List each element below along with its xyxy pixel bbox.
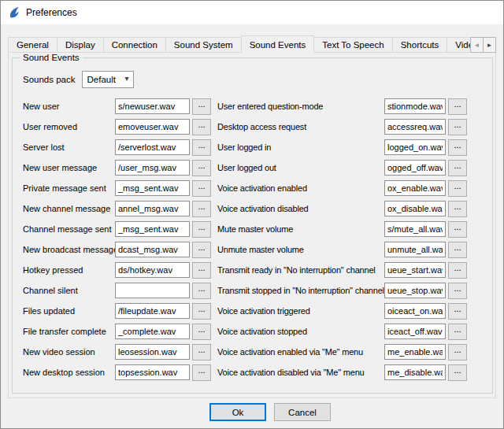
browse-button[interactable]: ...: [448, 201, 467, 217]
sound-event-row: Desktop access request ...: [217, 119, 467, 135]
tab-label: Sound Events: [250, 40, 306, 50]
sound-event-label: Transmit ready in "No interruption" chan…: [217, 265, 384, 275]
sound-event-label: User logged in: [217, 142, 384, 152]
browse-button[interactable]: ...: [192, 160, 211, 176]
sound-file-input[interactable]: [384, 201, 446, 216]
sound-event-row: Voice activation enabled via "Me" menu .…: [217, 344, 467, 360]
browse-button[interactable]: ...: [192, 364, 211, 381]
tab-scroll-right-button[interactable]: ►: [483, 37, 496, 53]
sounds-pack-label: Sounds pack: [23, 75, 76, 84]
browse-button[interactable]: ...: [448, 98, 467, 115]
sound-file-input[interactable]: [115, 242, 190, 257]
sound-file-input[interactable]: [384, 242, 446, 257]
tab-shortcuts[interactable]: Shortcuts: [392, 37, 448, 53]
sound-file-input[interactable]: [115, 160, 190, 176]
sound-file-input[interactable]: [115, 201, 190, 216]
sound-event-label: New channel message: [23, 204, 115, 213]
browse-button[interactable]: ...: [192, 324, 211, 340]
sound-file-input[interactable]: [115, 303, 190, 319]
sound-file-input[interactable]: [384, 262, 446, 278]
sound-event-label: New user message: [23, 163, 115, 172]
browse-button[interactable]: ...: [448, 242, 467, 258]
browse-button[interactable]: ...: [448, 160, 467, 176]
browse-button[interactable]: ...: [192, 98, 211, 115]
browse-button[interactable]: ...: [192, 180, 211, 197]
browse-button[interactable]: ...: [448, 262, 467, 279]
tab-connection[interactable]: Connection: [103, 37, 166, 53]
sounds-pack-row: Sounds pack Default ▾: [23, 71, 492, 88]
browse-button[interactable]: ...: [192, 139, 211, 156]
tab-text-to-speech[interactable]: Text To Speech: [313, 37, 392, 53]
tab-label: Text To Speech: [322, 40, 384, 50]
sound-file-input[interactable]: [115, 324, 190, 339]
sound-event-row: Hotkey pressed ...: [23, 262, 211, 278]
ok-button[interactable]: Ok: [209, 403, 266, 421]
browse-button[interactable]: ...: [192, 242, 211, 258]
browse-button[interactable]: ...: [448, 180, 467, 197]
sound-event-label: New broadcast message: [23, 245, 115, 254]
sound-event-label: Unmute master volume: [217, 245, 384, 254]
sound-file-input[interactable]: [115, 98, 190, 114]
sound-event-row: Mute master volume ...: [217, 221, 467, 237]
browse-button[interactable]: ...: [192, 283, 211, 299]
tab-label: General: [17, 40, 49, 50]
sound-event-row: Private message sent ...: [23, 180, 211, 196]
sound-event-row: Channel message sent ...: [23, 221, 211, 237]
browse-button[interactable]: ...: [448, 139, 467, 156]
sound-file-input[interactable]: [384, 283, 446, 298]
tab-sound-system[interactable]: Sound System: [165, 37, 242, 53]
sound-file-input[interactable]: [384, 98, 446, 114]
sound-file-input[interactable]: [384, 119, 446, 135]
sound-file-input[interactable]: [384, 344, 446, 360]
browse-button[interactable]: ...: [448, 283, 467, 299]
sound-file-input[interactable]: [115, 364, 190, 380]
titlebar[interactable]: Preferences: [1, 1, 503, 24]
browse-button[interactable]: ...: [448, 119, 467, 135]
sound-event-row: User logged out ...: [217, 160, 467, 176]
sound-file-input[interactable]: [115, 344, 190, 360]
sound-file-input[interactable]: [115, 139, 190, 155]
sound-file-input[interactable]: [115, 180, 190, 196]
sound-file-input[interactable]: [384, 364, 446, 380]
sound-file-input[interactable]: [115, 221, 190, 237]
browse-button[interactable]: ...: [448, 221, 467, 238]
sound-event-row: New user message ...: [23, 160, 211, 176]
browse-button[interactable]: ...: [448, 364, 467, 381]
sound-file-input[interactable]: [115, 262, 190, 278]
browse-button[interactable]: ...: [192, 119, 211, 135]
sound-event-label: Voice activation triggered: [217, 306, 384, 316]
browse-button[interactable]: ...: [448, 344, 467, 361]
sound-event-row: Files updated ...: [23, 303, 211, 319]
sound-file-input[interactable]: [384, 180, 446, 196]
tab-sound-events[interactable]: Sound Events: [241, 35, 315, 54]
chevron-down-icon: ▾: [124, 74, 128, 83]
sounds-pack-value: Default: [87, 75, 116, 84]
sounds-pack-select[interactable]: Default ▾: [82, 71, 134, 88]
tab-display[interactable]: Display: [57, 37, 104, 53]
sound-file-input[interactable]: [384, 324, 446, 339]
browse-button[interactable]: ...: [192, 221, 211, 238]
tab-label: Sound System: [174, 40, 233, 50]
browse-button[interactable]: ...: [192, 303, 211, 320]
tab-label: Display: [65, 40, 95, 50]
tab-general[interactable]: General: [8, 37, 57, 53]
tab-scroll-left-button[interactable]: ◄: [470, 37, 484, 53]
sound-file-input[interactable]: [384, 139, 446, 155]
sound-file-input[interactable]: [115, 119, 190, 135]
browse-button[interactable]: ...: [192, 262, 211, 279]
sound-event-label: Channel silent: [23, 286, 115, 295]
sound-event-label: New desktop session: [23, 368, 115, 377]
sound-file-input[interactable]: [115, 283, 190, 298]
sound-file-input[interactable]: [384, 303, 446, 319]
browse-button[interactable]: ...: [192, 344, 211, 361]
cancel-button[interactable]: Cancel: [274, 403, 331, 421]
sound-file-input[interactable]: [384, 160, 446, 176]
browse-button[interactable]: ...: [448, 324, 467, 340]
sound-file-input[interactable]: [384, 221, 446, 237]
sound-event-label: File transfer complete: [23, 327, 115, 336]
sound-event-row: Transmit ready in "No interruption" chan…: [217, 262, 467, 278]
sound-event-label: Private message sent: [23, 183, 115, 193]
browse-button[interactable]: ...: [448, 303, 467, 320]
browse-button[interactable]: ...: [192, 201, 211, 217]
sound-event-row: New desktop session ...: [23, 364, 211, 380]
